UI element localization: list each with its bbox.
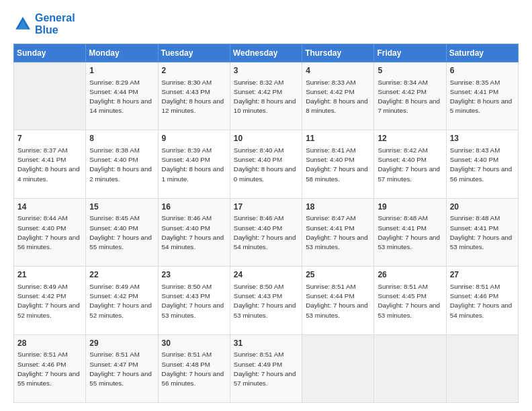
day-header-tuesday: Tuesday bbox=[158, 44, 230, 62]
day-number: 25 bbox=[306, 269, 370, 281]
day-number: 21 bbox=[17, 269, 82, 281]
calendar-cell: 24Sunrise: 8:50 AMSunset: 4:43 PMDayligh… bbox=[230, 267, 302, 334]
day-number: 19 bbox=[378, 201, 442, 213]
day-number: 20 bbox=[450, 201, 515, 213]
cell-info: Sunrise: 8:33 AMSunset: 4:42 PMDaylight:… bbox=[306, 78, 370, 116]
calendar-cell: 31Sunrise: 8:51 AMSunset: 4:49 PMDayligh… bbox=[230, 334, 302, 402]
cell-info: Sunrise: 8:50 AMSunset: 4:43 PMDaylight:… bbox=[234, 282, 298, 320]
cell-info: Sunrise: 8:47 AMSunset: 4:41 PMDaylight:… bbox=[306, 214, 370, 252]
cell-info: Sunrise: 8:42 AMSunset: 4:40 PMDaylight:… bbox=[378, 146, 442, 184]
cell-info: Sunrise: 8:49 AMSunset: 4:42 PMDaylight:… bbox=[89, 282, 154, 320]
day-header-saturday: Saturday bbox=[446, 44, 518, 62]
calendar-cell: 19Sunrise: 8:48 AMSunset: 4:41 PMDayligh… bbox=[374, 198, 446, 266]
calendar-cell: 23Sunrise: 8:50 AMSunset: 4:43 PMDayligh… bbox=[158, 267, 230, 334]
day-number: 1 bbox=[89, 65, 154, 77]
day-number: 15 bbox=[89, 201, 154, 213]
cell-info: Sunrise: 8:39 AMSunset: 4:40 PMDaylight:… bbox=[162, 146, 226, 184]
calendar-cell bbox=[302, 334, 374, 402]
cell-info: Sunrise: 8:38 AMSunset: 4:40 PMDaylight:… bbox=[89, 146, 154, 184]
day-header-monday: Monday bbox=[86, 44, 158, 62]
day-header-sunday: Sunday bbox=[14, 44, 86, 62]
day-number: 10 bbox=[234, 133, 298, 144]
calendar-cell: 30Sunrise: 8:51 AMSunset: 4:48 PMDayligh… bbox=[158, 334, 230, 402]
calendar-cell: 21Sunrise: 8:49 AMSunset: 4:42 PMDayligh… bbox=[14, 267, 86, 334]
calendar-cell: 27Sunrise: 8:51 AMSunset: 4:46 PMDayligh… bbox=[446, 267, 518, 334]
logo-icon bbox=[13, 15, 32, 34]
day-number: 23 bbox=[162, 269, 226, 281]
calendar-cell: 14Sunrise: 8:44 AMSunset: 4:40 PMDayligh… bbox=[14, 198, 86, 266]
cell-info: Sunrise: 8:44 AMSunset: 4:40 PMDaylight:… bbox=[17, 214, 82, 252]
cell-info: Sunrise: 8:37 AMSunset: 4:41 PMDaylight:… bbox=[17, 146, 82, 184]
day-number: 13 bbox=[450, 133, 515, 144]
day-number: 24 bbox=[234, 269, 298, 281]
calendar-week-row: 14Sunrise: 8:44 AMSunset: 4:40 PMDayligh… bbox=[14, 198, 519, 266]
cell-info: Sunrise: 8:41 AMSunset: 4:40 PMDaylight:… bbox=[306, 146, 370, 184]
day-number: 8 bbox=[89, 133, 154, 144]
calendar-cell: 28Sunrise: 8:51 AMSunset: 4:46 PMDayligh… bbox=[14, 334, 86, 402]
day-number: 28 bbox=[17, 338, 82, 349]
calendar-cell: 3Sunrise: 8:32 AMSunset: 4:42 PMDaylight… bbox=[230, 62, 302, 130]
day-number: 31 bbox=[234, 338, 298, 349]
calendar-cell: 29Sunrise: 8:51 AMSunset: 4:47 PMDayligh… bbox=[86, 334, 158, 402]
calendar-cell: 13Sunrise: 8:43 AMSunset: 4:40 PMDayligh… bbox=[446, 130, 518, 198]
calendar-cell: 11Sunrise: 8:41 AMSunset: 4:40 PMDayligh… bbox=[302, 130, 374, 198]
day-number: 29 bbox=[89, 338, 154, 349]
cell-info: Sunrise: 8:43 AMSunset: 4:40 PMDaylight:… bbox=[450, 146, 515, 184]
cell-info: Sunrise: 8:51 AMSunset: 4:47 PMDaylight:… bbox=[89, 350, 154, 388]
calendar-cell: 17Sunrise: 8:46 AMSunset: 4:40 PMDayligh… bbox=[230, 198, 302, 266]
day-number: 11 bbox=[306, 133, 370, 144]
cell-info: Sunrise: 8:34 AMSunset: 4:42 PMDaylight:… bbox=[378, 78, 442, 116]
cell-info: Sunrise: 8:29 AMSunset: 4:44 PMDaylight:… bbox=[89, 78, 154, 116]
cell-info: Sunrise: 8:51 AMSunset: 4:48 PMDaylight:… bbox=[162, 350, 226, 388]
day-number: 22 bbox=[89, 269, 154, 281]
day-number: 6 bbox=[450, 65, 515, 77]
calendar-week-row: 7Sunrise: 8:37 AMSunset: 4:41 PMDaylight… bbox=[14, 130, 519, 198]
cell-info: Sunrise: 8:48 AMSunset: 4:41 PMDaylight:… bbox=[378, 214, 442, 252]
calendar-page: General Blue SundayMondayTuesdayWednesda… bbox=[0, 0, 532, 411]
cell-info: Sunrise: 8:32 AMSunset: 4:42 PMDaylight:… bbox=[234, 78, 298, 116]
cell-info: Sunrise: 8:49 AMSunset: 4:42 PMDaylight:… bbox=[17, 282, 82, 320]
calendar-cell: 25Sunrise: 8:51 AMSunset: 4:44 PMDayligh… bbox=[302, 267, 374, 334]
cell-info: Sunrise: 8:51 AMSunset: 4:46 PMDaylight:… bbox=[450, 282, 515, 320]
calendar-week-row: 21Sunrise: 8:49 AMSunset: 4:42 PMDayligh… bbox=[14, 267, 519, 334]
cell-info: Sunrise: 8:40 AMSunset: 4:40 PMDaylight:… bbox=[234, 146, 298, 184]
day-number: 2 bbox=[162, 65, 226, 77]
calendar-cell bbox=[446, 334, 518, 402]
day-number: 17 bbox=[234, 201, 298, 213]
day-number: 18 bbox=[306, 201, 370, 213]
calendar-cell: 12Sunrise: 8:42 AMSunset: 4:40 PMDayligh… bbox=[374, 130, 446, 198]
calendar-cell: 9Sunrise: 8:39 AMSunset: 4:40 PMDaylight… bbox=[158, 130, 230, 198]
cell-info: Sunrise: 8:51 AMSunset: 4:45 PMDaylight:… bbox=[378, 282, 442, 320]
day-number: 14 bbox=[17, 201, 82, 213]
day-number: 7 bbox=[17, 133, 82, 144]
header: General Blue bbox=[13, 12, 519, 37]
cell-info: Sunrise: 8:51 AMSunset: 4:44 PMDaylight:… bbox=[306, 282, 370, 320]
calendar-cell: 1Sunrise: 8:29 AMSunset: 4:44 PMDaylight… bbox=[86, 62, 158, 130]
cell-info: Sunrise: 8:51 AMSunset: 4:46 PMDaylight:… bbox=[17, 350, 82, 388]
day-number: 27 bbox=[450, 269, 515, 281]
day-header-friday: Friday bbox=[374, 44, 446, 62]
calendar-cell bbox=[374, 334, 446, 402]
calendar-cell bbox=[14, 62, 86, 130]
day-header-wednesday: Wednesday bbox=[230, 44, 302, 62]
calendar-cell: 4Sunrise: 8:33 AMSunset: 4:42 PMDaylight… bbox=[302, 62, 374, 130]
cell-info: Sunrise: 8:35 AMSunset: 4:41 PMDaylight:… bbox=[450, 78, 515, 116]
logo: General Blue bbox=[13, 12, 75, 37]
calendar-cell: 2Sunrise: 8:30 AMSunset: 4:43 PMDaylight… bbox=[158, 62, 230, 130]
calendar-table: SundayMondayTuesdayWednesdayThursdayFrid… bbox=[13, 44, 519, 403]
cell-info: Sunrise: 8:46 AMSunset: 4:40 PMDaylight:… bbox=[162, 214, 226, 252]
cell-info: Sunrise: 8:50 AMSunset: 4:43 PMDaylight:… bbox=[162, 282, 226, 320]
calendar-cell: 16Sunrise: 8:46 AMSunset: 4:40 PMDayligh… bbox=[158, 198, 230, 266]
calendar-week-row: 28Sunrise: 8:51 AMSunset: 4:46 PMDayligh… bbox=[14, 334, 519, 402]
calendar-header-row: SundayMondayTuesdayWednesdayThursdayFrid… bbox=[14, 44, 519, 62]
day-number: 9 bbox=[162, 133, 226, 144]
calendar-cell: 10Sunrise: 8:40 AMSunset: 4:40 PMDayligh… bbox=[230, 130, 302, 198]
day-header-thursday: Thursday bbox=[302, 44, 374, 62]
cell-info: Sunrise: 8:51 AMSunset: 4:49 PMDaylight:… bbox=[234, 350, 298, 388]
day-number: 30 bbox=[162, 338, 226, 349]
calendar-cell: 5Sunrise: 8:34 AMSunset: 4:42 PMDaylight… bbox=[374, 62, 446, 130]
calendar-cell: 26Sunrise: 8:51 AMSunset: 4:45 PMDayligh… bbox=[374, 267, 446, 334]
cell-info: Sunrise: 8:46 AMSunset: 4:40 PMDaylight:… bbox=[234, 214, 298, 252]
calendar-cell: 8Sunrise: 8:38 AMSunset: 4:40 PMDaylight… bbox=[86, 130, 158, 198]
day-number: 12 bbox=[378, 133, 442, 144]
